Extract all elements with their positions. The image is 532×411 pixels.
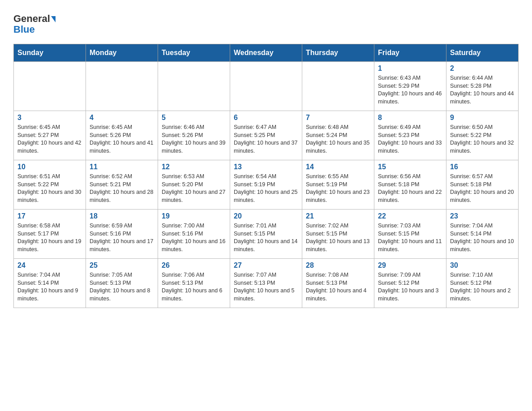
day-number: 19 <box>162 212 226 220</box>
calendar-cell: 7Sunrise: 6:48 AMSunset: 5:24 PMDaylight… <box>302 111 374 160</box>
day-number: 11 <box>90 163 154 171</box>
calendar-table: SundayMondayTuesdayWednesdayThursdayFrid… <box>13 44 519 308</box>
logo-triangle-icon <box>51 16 56 22</box>
day-info: Sunrise: 6:58 AMSunset: 5:17 PMDaylight:… <box>17 222 82 253</box>
day-info: Sunrise: 6:57 AMSunset: 5:18 PMDaylight:… <box>450 173 515 204</box>
day-number: 4 <box>90 114 154 122</box>
day-number: 7 <box>306 114 370 122</box>
col-header-saturday: Saturday <box>446 44 519 62</box>
col-header-wednesday: Wednesday <box>230 44 302 62</box>
day-number: 20 <box>234 212 298 220</box>
calendar-cell <box>158 62 230 111</box>
calendar-cell: 30Sunrise: 7:10 AMSunset: 5:12 PMDayligh… <box>446 259 519 308</box>
calendar-cell: 11Sunrise: 6:52 AMSunset: 5:21 PMDayligh… <box>86 160 158 210</box>
logo-text: GeneralBlue <box>13 13 56 35</box>
week-row-2: 10Sunrise: 6:51 AMSunset: 5:22 PMDayligh… <box>14 160 519 210</box>
day-number: 12 <box>162 163 226 171</box>
calendar-cell: 21Sunrise: 7:02 AMSunset: 5:15 PMDayligh… <box>302 210 374 259</box>
day-number: 10 <box>17 163 82 171</box>
calendar-cell: 8Sunrise: 6:49 AMSunset: 5:23 PMDaylight… <box>374 111 446 160</box>
calendar-cell: 1Sunrise: 6:43 AMSunset: 5:29 PMDaylight… <box>374 62 446 111</box>
day-info: Sunrise: 6:51 AMSunset: 5:22 PMDaylight:… <box>17 173 82 204</box>
calendar-cell: 24Sunrise: 7:04 AMSunset: 5:14 PMDayligh… <box>14 259 86 308</box>
col-header-monday: Monday <box>86 44 158 62</box>
day-number: 24 <box>17 261 82 270</box>
day-info: Sunrise: 7:01 AMSunset: 5:15 PMDaylight:… <box>234 222 298 253</box>
calendar-cell: 29Sunrise: 7:09 AMSunset: 5:12 PMDayligh… <box>374 259 446 308</box>
day-info: Sunrise: 6:49 AMSunset: 5:23 PMDaylight:… <box>378 124 442 155</box>
calendar-cell: 15Sunrise: 6:56 AMSunset: 5:18 PMDayligh… <box>374 160 446 210</box>
day-info: Sunrise: 7:02 AMSunset: 5:15 PMDaylight:… <box>306 222 370 253</box>
day-number: 18 <box>90 212 154 220</box>
day-info: Sunrise: 7:05 AMSunset: 5:13 PMDaylight:… <box>90 271 154 303</box>
calendar-cell: 14Sunrise: 6:55 AMSunset: 5:19 PMDayligh… <box>302 160 374 210</box>
day-number: 13 <box>234 163 298 171</box>
day-number: 27 <box>234 261 298 270</box>
logo: GeneralBlue <box>13 9 56 35</box>
calendar-cell: 9Sunrise: 6:50 AMSunset: 5:22 PMDaylight… <box>446 111 519 160</box>
day-info: Sunrise: 7:06 AMSunset: 5:13 PMDaylight:… <box>162 271 226 303</box>
day-info: Sunrise: 6:55 AMSunset: 5:19 PMDaylight:… <box>306 173 370 204</box>
col-header-tuesday: Tuesday <box>158 44 230 62</box>
day-number: 16 <box>450 163 515 171</box>
day-number: 23 <box>450 212 515 220</box>
day-number: 1 <box>378 64 442 73</box>
calendar-cell: 13Sunrise: 6:54 AMSunset: 5:19 PMDayligh… <box>230 160 302 210</box>
day-number: 9 <box>450 114 515 122</box>
day-info: Sunrise: 7:04 AMSunset: 5:14 PMDaylight:… <box>17 271 82 303</box>
day-number: 22 <box>378 212 442 220</box>
day-number: 15 <box>378 163 442 171</box>
calendar-cell: 10Sunrise: 6:51 AMSunset: 5:22 PMDayligh… <box>14 160 86 210</box>
day-info: Sunrise: 7:08 AMSunset: 5:13 PMDaylight:… <box>306 271 370 303</box>
day-number: 30 <box>450 261 515 270</box>
day-info: Sunrise: 6:47 AMSunset: 5:25 PMDaylight:… <box>234 124 298 155</box>
calendar-cell: 16Sunrise: 6:57 AMSunset: 5:18 PMDayligh… <box>446 160 519 210</box>
calendar-cell: 20Sunrise: 7:01 AMSunset: 5:15 PMDayligh… <box>230 210 302 259</box>
calendar-cell: 5Sunrise: 6:46 AMSunset: 5:26 PMDaylight… <box>158 111 230 160</box>
calendar-cell: 12Sunrise: 6:53 AMSunset: 5:20 PMDayligh… <box>158 160 230 210</box>
day-info: Sunrise: 6:45 AMSunset: 5:27 PMDaylight:… <box>17 124 82 155</box>
day-info: Sunrise: 6:48 AMSunset: 5:24 PMDaylight:… <box>306 124 370 155</box>
day-number: 25 <box>90 261 154 270</box>
day-info: Sunrise: 6:46 AMSunset: 5:26 PMDaylight:… <box>162 124 226 155</box>
day-info: Sunrise: 6:52 AMSunset: 5:21 PMDaylight:… <box>90 173 154 204</box>
day-info: Sunrise: 7:00 AMSunset: 5:16 PMDaylight:… <box>162 222 226 253</box>
day-info: Sunrise: 6:44 AMSunset: 5:28 PMDaylight:… <box>450 74 515 106</box>
calendar-cell: 6Sunrise: 6:47 AMSunset: 5:25 PMDaylight… <box>230 111 302 160</box>
calendar-cell: 17Sunrise: 6:58 AMSunset: 5:17 PMDayligh… <box>14 210 86 259</box>
day-info: Sunrise: 6:53 AMSunset: 5:20 PMDaylight:… <box>162 173 226 204</box>
day-info: Sunrise: 6:45 AMSunset: 5:26 PMDaylight:… <box>90 124 154 155</box>
calendar-cell: 28Sunrise: 7:08 AMSunset: 5:13 PMDayligh… <box>302 259 374 308</box>
calendar-cell: 26Sunrise: 7:06 AMSunset: 5:13 PMDayligh… <box>158 259 230 308</box>
calendar-cell: 19Sunrise: 7:00 AMSunset: 5:16 PMDayligh… <box>158 210 230 259</box>
day-info: Sunrise: 6:56 AMSunset: 5:18 PMDaylight:… <box>378 173 442 204</box>
day-number: 3 <box>17 114 82 122</box>
calendar-cell: 4Sunrise: 6:45 AMSunset: 5:26 PMDaylight… <box>86 111 158 160</box>
day-number: 28 <box>306 261 370 270</box>
day-info: Sunrise: 7:03 AMSunset: 5:15 PMDaylight:… <box>378 222 442 253</box>
day-number: 14 <box>306 163 370 171</box>
calendar-cell <box>230 62 302 111</box>
week-row-3: 17Sunrise: 6:58 AMSunset: 5:17 PMDayligh… <box>14 210 519 259</box>
col-header-sunday: Sunday <box>14 44 86 62</box>
col-header-thursday: Thursday <box>302 44 374 62</box>
logo-blue-text: Blue <box>13 24 35 35</box>
calendar-cell <box>302 62 374 111</box>
day-info: Sunrise: 7:04 AMSunset: 5:14 PMDaylight:… <box>450 222 515 253</box>
day-number: 8 <box>378 114 442 122</box>
page-header: GeneralBlue <box>13 9 519 35</box>
calendar-cell: 22Sunrise: 7:03 AMSunset: 5:15 PMDayligh… <box>374 210 446 259</box>
day-info: Sunrise: 6:59 AMSunset: 5:16 PMDaylight:… <box>90 222 154 253</box>
calendar-cell: 27Sunrise: 7:07 AMSunset: 5:13 PMDayligh… <box>230 259 302 308</box>
week-row-4: 24Sunrise: 7:04 AMSunset: 5:14 PMDayligh… <box>14 259 519 308</box>
day-info: Sunrise: 6:43 AMSunset: 5:29 PMDaylight:… <box>378 74 442 106</box>
day-info: Sunrise: 7:09 AMSunset: 5:12 PMDaylight:… <box>378 271 442 303</box>
day-info: Sunrise: 6:50 AMSunset: 5:22 PMDaylight:… <box>450 124 515 155</box>
calendar-cell <box>86 62 158 111</box>
day-number: 5 <box>162 114 226 122</box>
calendar-cell: 23Sunrise: 7:04 AMSunset: 5:14 PMDayligh… <box>446 210 519 259</box>
calendar-header-row: SundayMondayTuesdayWednesdayThursdayFrid… <box>14 44 519 62</box>
calendar-cell: 25Sunrise: 7:05 AMSunset: 5:13 PMDayligh… <box>86 259 158 308</box>
day-info: Sunrise: 7:07 AMSunset: 5:13 PMDaylight:… <box>234 271 298 303</box>
week-row-1: 3Sunrise: 6:45 AMSunset: 5:27 PMDaylight… <box>14 111 519 160</box>
